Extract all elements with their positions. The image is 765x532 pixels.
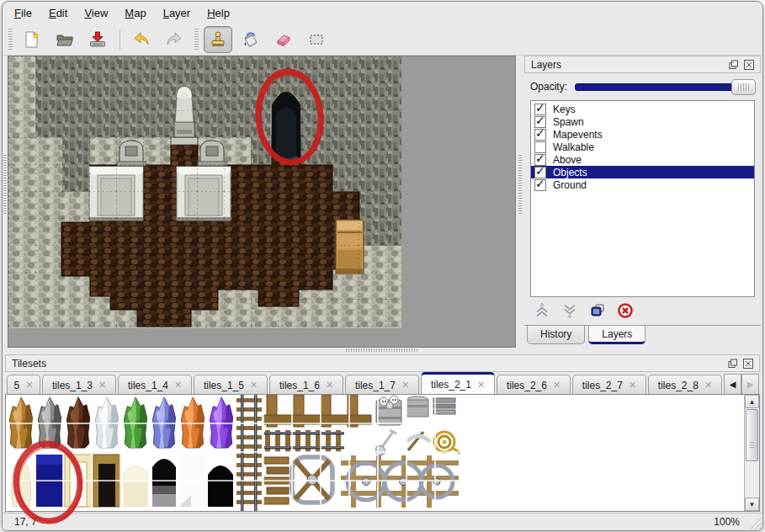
stamp-tool-button[interactable] [204,26,232,53]
duplicate-layer-icon [589,302,606,319]
tab-layers[interactable]: Layers [588,326,645,344]
scroll-up-icon[interactable]: ▲ [745,395,759,408]
open-folder-icon [55,29,75,50]
layer-name: Ground [553,179,587,191]
close-panel-icon[interactable] [742,358,753,369]
layer-row[interactable]: Keys [531,103,754,115]
tileset-drawing [6,395,743,511]
tab-close-icon[interactable]: ✕ [326,380,333,391]
cursor-coordinates: 17, 7 [14,516,37,528]
menu-help[interactable]: Help [205,5,232,21]
horizontal-splitter[interactable] [3,346,762,354]
layer-name: Objects [553,167,587,178]
opacity-slider[interactable] [575,83,755,91]
scroll-down-icon[interactable]: ▼ [745,497,759,511]
resize-grip[interactable] [749,517,762,529]
stamp-tool-icon [208,29,228,50]
menu-map[interactable]: Map [122,5,148,21]
tileset-tab[interactable]: tiles_2_8✕ [648,375,722,395]
tilesets-panel-titlebar[interactable]: Tilesets [5,354,760,372]
dock-tab-bar: History Layers [524,325,761,347]
tab-close-icon[interactable]: ✕ [25,380,33,391]
layer-visibility-checkbox[interactable] [534,179,546,191]
select-tool-button[interactable] [302,26,331,53]
tab-history[interactable]: History [527,326,585,344]
tileset-canvas[interactable]: ▲ ▼ [5,394,760,512]
opacity-slider-handle[interactable] [731,79,756,95]
layer-row[interactable]: Above [531,153,754,166]
scrollbar-thumb[interactable] [746,409,758,461]
tileset-tab[interactable]: tiles_2_7✕ [572,375,646,395]
scroll-tabs-left-icon[interactable]: ◀ [724,374,741,395]
float-panel-icon[interactable] [727,358,738,369]
tileset-tab[interactable]: tiles_1_7✕ [345,375,419,395]
tab-close-icon[interactable]: ✕ [553,380,560,391]
toolbar-separator [120,29,120,50]
layer-list[interactable]: Keys Spawn Mapevents Walkable Above Obje… [530,100,755,297]
tab-close-icon[interactable]: ✕ [174,380,182,391]
tileset-scrollbar[interactable]: ▲ ▼ [744,395,759,511]
tileset-tab[interactable]: tiles_1_3✕ [42,375,116,395]
layer-row[interactable]: Ground [531,178,754,191]
layer-row[interactable]: Spawn [531,115,754,128]
save-map-button[interactable] [83,26,112,53]
menu-file[interactable]: File [12,5,35,21]
layer-name: Keys [553,104,576,115]
float-panel-icon[interactable] [728,59,739,70]
tilesets-panel-title: Tilesets [12,358,723,370]
eraser-tool-button[interactable] [269,26,298,53]
toolbar-grip[interactable] [194,29,199,51]
layers-panel-titlebar[interactable]: Layers [524,56,761,73]
fill-tool-button[interactable] [236,26,265,53]
tab-close-icon[interactable]: ✕ [250,380,258,391]
vertical-splitter[interactable] [516,56,523,346]
tab-close-icon[interactable]: ✕ [629,380,636,391]
new-file-icon [22,29,42,50]
open-map-button[interactable] [50,26,79,53]
redo-button[interactable] [160,26,189,53]
zoom-level: 100% [714,516,740,528]
tileset-tab[interactable]: tiles_1_6✕ [269,375,343,395]
layer-name: Mapevents [553,129,603,141]
layers-panel: Layers Opacity: Keys Spawn [524,56,761,346]
new-file-button[interactable] [18,26,46,53]
close-panel-icon[interactable] [743,59,754,70]
scroll-tabs-right-icon[interactable]: ▶ [741,374,759,395]
layer-row[interactable]: Walkable [531,141,754,153]
undo-icon [131,29,151,50]
eraser-tool-icon [274,29,294,50]
toolbar [3,24,762,56]
menu-edit[interactable]: Edit [46,5,70,21]
tileset-tab[interactable]: tiles_1_4✕ [118,375,192,395]
menu-view[interactable]: View [82,5,110,21]
statusbar: 17, 7 100% [3,513,762,530]
map-drawing [8,56,513,345]
tileset-tab-active[interactable]: tiles_2_1✕ [421,372,495,395]
tileset-tab[interactable]: 5✕ [7,375,40,395]
tileset-tab[interactable]: tiles_1_5✕ [194,375,268,395]
move-layer-up-icon [534,302,550,319]
tab-close-icon[interactable]: ✕ [401,380,409,391]
layer-row[interactable]: Objects [531,166,754,178]
layer-row[interactable]: Mapevents [531,128,754,141]
map-canvas[interactable] [8,56,516,348]
undo-button[interactable] [127,26,156,53]
layer-name: Spawn [553,116,584,128]
tileset-tab[interactable]: tiles_2_6✕ [497,375,571,395]
tab-close-icon[interactable]: ✕ [98,380,106,391]
duplicate-layer-button[interactable] [588,301,607,320]
move-layer-down-icon [561,302,578,319]
move-layer-up-button[interactable] [533,301,551,320]
tab-close-icon[interactable]: ✕ [704,380,712,391]
toolbar-grip[interactable] [8,29,13,51]
layer-visibility-checkbox[interactable] [534,129,546,141]
menu-layer[interactable]: Layer [161,5,194,21]
opacity-label: Opacity: [530,81,567,93]
menubar: File Edit View Map Layer Help [3,2,762,24]
move-layer-down-button[interactable] [560,301,579,320]
delete-layer-button[interactable] [616,301,635,320]
redo-icon [164,29,184,50]
select-tool-icon [306,29,327,50]
app-window: File Edit View Map Layer Help [2,1,763,531]
tab-close-icon[interactable]: ✕ [477,380,485,391]
